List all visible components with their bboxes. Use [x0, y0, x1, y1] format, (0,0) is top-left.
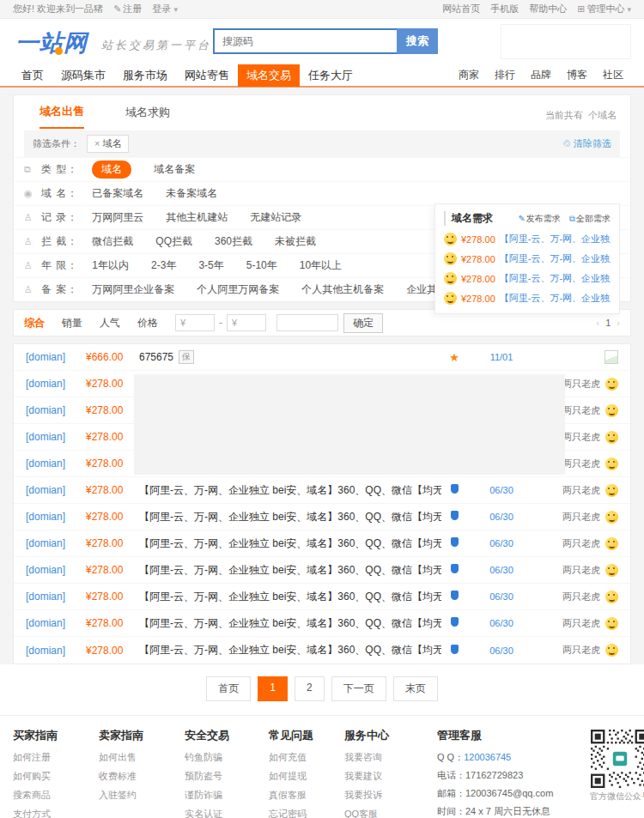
footer-link[interactable]: 我要投诉: [344, 789, 427, 802]
seller-emoji-avatar[interactable]: [605, 617, 618, 630]
domain-name-link[interactable]: [domian]: [26, 591, 86, 603]
footer-link[interactable]: 搜索商品: [13, 789, 99, 802]
seller-emoji-avatar[interactable]: [605, 457, 618, 470]
page-2-button[interactable]: 2: [295, 676, 325, 701]
tab-domain-sell[interactable]: 域名出售: [39, 104, 84, 129]
filter-option[interactable]: 万网阿里企业备案: [92, 282, 174, 297]
seller-emoji-avatar[interactable]: [605, 404, 618, 417]
seller-name[interactable]: 两只老虎: [562, 617, 600, 630]
seller-name[interactable]: 两只老虎: [562, 484, 600, 497]
seller-name[interactable]: 两只老虎: [562, 644, 600, 657]
footer-link[interactable]: 如何出售: [99, 751, 185, 764]
filter-option[interactable]: QQ拦截: [155, 234, 192, 249]
page-first-button[interactable]: 首页: [206, 676, 251, 701]
footer-link[interactable]: 我要咨询: [344, 751, 427, 764]
footer-link[interactable]: 收费标准: [99, 770, 185, 783]
all-demand-link[interactable]: ⧉全部需求: [569, 213, 611, 225]
clear-filters-button[interactable]: ♲ 清除筛选: [562, 137, 611, 150]
seller-emoji-avatar[interactable]: [605, 431, 618, 444]
close-icon[interactable]: ×: [94, 138, 100, 148]
footer-link[interactable]: 我要建议: [344, 770, 427, 783]
register-link[interactable]: ✎注册: [113, 3, 142, 15]
footer-link[interactable]: 预防盗号: [185, 770, 269, 783]
seller-emoji-avatar[interactable]: [605, 537, 618, 550]
seller-name[interactable]: 两只老虎: [562, 537, 600, 550]
table-row[interactable]: [domian] ¥278.00 【阿里-云、万-网、企业独立 bei安、域名】…: [14, 610, 630, 637]
nav-item-home[interactable]: 首页: [13, 64, 52, 87]
filter-option[interactable]: 360拦截: [215, 234, 252, 249]
nav-item-source-market[interactable]: 源码集市: [52, 64, 114, 87]
search-button[interactable]: 搜索: [397, 28, 438, 54]
domain-name-link[interactable]: [domian]: [26, 351, 86, 363]
filter-option[interactable]: 已备案域名: [92, 186, 143, 201]
filter-option[interactable]: 其他主机建站: [166, 210, 228, 225]
demand-list-item[interactable]: ¥278.00 【阿里-云、万-网、企业独立 b: [444, 292, 611, 305]
demand-list-item[interactable]: ¥278.00 【阿里-云、万-网、企业独立 b: [444, 252, 611, 265]
domain-name-link[interactable]: [domian]: [26, 537, 86, 549]
filter-tag-domain[interactable]: ×域名: [87, 135, 129, 153]
seller-name[interactable]: 两只老虎: [562, 564, 600, 577]
demand-list-item[interactable]: ¥278.00 【阿里-云、万-网、企业独立 b: [444, 233, 611, 245]
filter-option[interactable]: 未备案域名: [166, 186, 217, 201]
seller-name[interactable]: 两只老虎: [562, 404, 600, 417]
mobile-version-link[interactable]: 手机版: [490, 3, 519, 15]
demand-list-item[interactable]: ¥278.00 【阿里-云、万-网、企业独立 b: [444, 272, 611, 285]
page-next-button[interactable]: 下一页: [331, 676, 386, 701]
footer-link[interactable]: QQ客服: [344, 808, 427, 818]
page-last-button[interactable]: 末页: [393, 676, 438, 701]
price-max-input[interactable]: ¥: [227, 314, 266, 331]
footer-link[interactable]: 支付方式: [13, 808, 99, 818]
filter-option[interactable]: 域名: [92, 161, 131, 179]
search-input[interactable]: [213, 28, 397, 54]
keyword-input[interactable]: [276, 314, 338, 331]
footer-link[interactable]: 实名认证: [185, 808, 269, 818]
footer-link[interactable]: 真假客服: [269, 789, 344, 802]
nav-item-brands[interactable]: 品牌: [523, 64, 559, 86]
filter-option[interactable]: 未被拦截: [275, 234, 316, 249]
service-qq-number[interactable]: 120036745: [464, 752, 511, 762]
table-row[interactable]: [domian] ¥278.00 【阿里-云、万-网、企业独立 bei安、域名】…: [14, 477, 630, 504]
domain-name-link[interactable]: [domian]: [26, 511, 86, 523]
page-1-button[interactable]: 1: [258, 676, 288, 701]
filter-option[interactable]: 微信拦截: [92, 234, 133, 249]
pager-next-icon[interactable]: ›: [617, 318, 620, 328]
seller-emoji-avatar[interactable]: [605, 591, 618, 603]
seller-name[interactable]: 两只老虎: [562, 457, 600, 470]
site-logo[interactable]: 一站网: [15, 27, 88, 58]
footer-link[interactable]: 忘记密码: [269, 808, 344, 818]
seller-emoji-avatar[interactable]: [605, 644, 618, 657]
nav-item-task-hall[interactable]: 任务大厅: [300, 64, 361, 87]
publish-demand-link[interactable]: ✎发布需求: [518, 213, 560, 225]
table-row[interactable]: [domian] ¥278.00 【阿里-云、万-网、企业独立 bei安、域名】…: [14, 637, 630, 663]
table-row[interactable]: [domian] ¥666.00 675675保 ★ 11/01: [14, 344, 630, 371]
pager-prev-icon[interactable]: ‹: [597, 318, 600, 328]
footer-link[interactable]: 谨防诈骗: [185, 789, 269, 802]
price-min-input[interactable]: ¥: [175, 314, 215, 331]
domain-name-link[interactable]: [domian]: [26, 404, 86, 416]
footer-link[interactable]: 入驻签约: [99, 789, 185, 802]
sort-popularity[interactable]: 人气: [100, 316, 120, 330]
confirm-button[interactable]: 确定: [343, 313, 383, 333]
domain-name-link[interactable]: [domian]: [26, 457, 86, 470]
footer-link[interactable]: 如何充值: [269, 751, 344, 764]
footer-link[interactable]: 钓鱼防骗: [185, 751, 269, 764]
filter-option[interactable]: 1年以内: [92, 258, 129, 273]
footer-link[interactable]: 如何提现: [269, 770, 344, 783]
footer-link[interactable]: 如何注册: [13, 751, 99, 764]
site-home-link[interactable]: 网站首页: [442, 3, 480, 15]
filter-option[interactable]: 5-10年: [246, 258, 277, 273]
nav-item-site-consign[interactable]: 网站寄售: [176, 64, 238, 87]
seller-name[interactable]: 两只老虎: [562, 431, 600, 444]
nav-item-community[interactable]: 社区: [595, 64, 631, 86]
filter-option[interactable]: 3-5年: [198, 258, 223, 273]
seller-emoji-avatar[interactable]: [605, 484, 618, 497]
nav-item-domain-trade[interactable]: 域名交易: [238, 64, 300, 87]
filter-option[interactable]: 域名备案: [154, 162, 195, 177]
domain-name-link[interactable]: [domian]: [26, 645, 86, 657]
table-row[interactable]: [domian] ¥278.00 【阿里-云、万-网、企业独立 bei安、域名】…: [14, 504, 630, 530]
filter-option[interactable]: 2-3年: [151, 258, 176, 273]
sort-sales[interactable]: 销量: [62, 316, 82, 330]
domain-name-link[interactable]: [domian]: [26, 431, 86, 443]
admin-center-link[interactable]: ⊞管理中心 ▾: [577, 3, 631, 15]
help-center-link[interactable]: 帮助中心: [529, 3, 567, 15]
